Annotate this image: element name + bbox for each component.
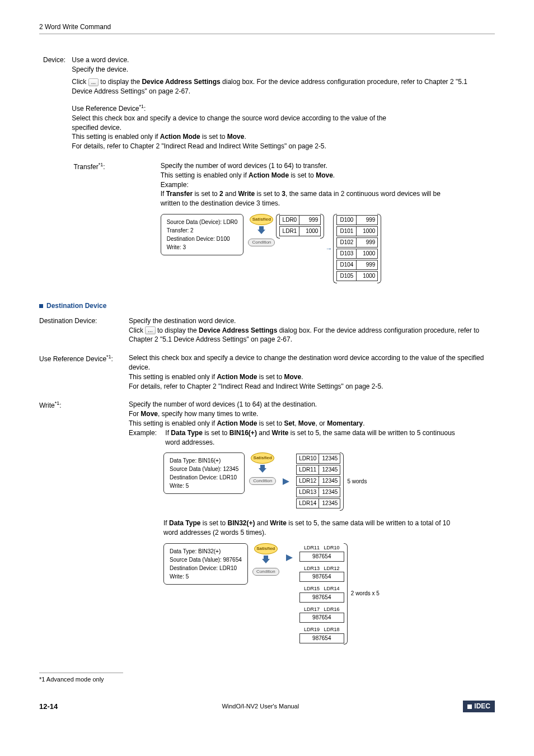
page-number: 12-14 — [39, 702, 58, 712]
register-row: LDR1412345 — [296, 498, 340, 508]
register-pair: LDR17 LDR16 987654 — [299, 606, 344, 623]
destination-device-label: Destination Device: — [39, 316, 129, 344]
use-reference-device-label: Use Reference Device*1: — [72, 103, 158, 114]
register-row: LDR1312345 — [296, 487, 340, 497]
transfer-example-body: If Transfer is set to 2 and Write is set… — [161, 189, 452, 208]
arrow-down-icon — [257, 226, 265, 234]
diagram1-condition-col: Satisfied Condition — [248, 214, 275, 246]
diagram2-info-box: Data Type: BIN16(+) Source Data (Value):… — [163, 452, 245, 494]
transfer-diagram: Source Data (Device): LDR0 Transfer: 2 D… — [161, 214, 466, 283]
use-reference-device-body: Select this check box and specify a devi… — [72, 114, 407, 151]
satisfied-badge: Satisfied — [251, 452, 274, 464]
dest-use-reference-row: Use Reference Device*1: Select this chec… — [39, 353, 495, 391]
destination-device-row: Destination Device: Specify the destinat… — [39, 316, 495, 344]
destination-device-body: Specify the destination word device. Cli… — [129, 316, 495, 344]
ellipsis-button[interactable]: ... — [145, 326, 155, 334]
diagram2-note: 5 words — [347, 478, 367, 486]
register-row: D1031000 — [336, 249, 378, 259]
device-click-paragraph: Click ... to display the Device Address … — [72, 77, 475, 96]
diagram3-info-box: Data Type: BIN32(+) Source Data (Value):… — [163, 543, 248, 585]
register-row: LDR11000 — [279, 226, 321, 236]
register-pair: LDR13 LDR12 987654 — [299, 565, 344, 582]
register-row: LDR1012345 — [296, 454, 340, 464]
arrow-down-icon — [262, 556, 270, 563]
transfer-example-label: Example: — [161, 180, 195, 190]
satisfied-badge: Satisfied — [250, 214, 273, 225]
diagram3-dest-registers: LDR11 LDR10 987654 LDR13 LDR12 987654 LD… — [299, 543, 344, 645]
arrow-down-icon — [259, 465, 266, 473]
condition-badge: Condition — [249, 477, 276, 485]
diagram2-dest-registers: LDR1012345 LDR1112345 LDR1212345 LDR1312… — [296, 452, 340, 511]
use-reference-device-row: Use Reference Device*1: Select this chec… — [72, 103, 475, 151]
write-example1-body: If Data Type is set to BIN16(+) and Writ… — [165, 428, 456, 447]
register-row: D1011000 — [336, 226, 378, 236]
register-row: LDR0999 — [279, 215, 321, 225]
arrow-right-icon — [286, 554, 293, 561]
register-pair: LDR11 LDR10 987654 — [299, 544, 344, 562]
dest-use-reference-label: Use Reference Device*1: — [39, 353, 129, 391]
diagram1-source-registers: LDR0999 LDR11000 — [279, 214, 321, 239]
diagram1-info-box: Source Data (Device): LDR0 Transfer: 2 D… — [161, 214, 244, 255]
register-row: LDR1212345 — [296, 476, 340, 486]
device-line1: Use a word device. — [72, 56, 129, 64]
device-line2: Specify the device. — [72, 66, 128, 73]
diagram3-note: 2 words x 5 — [351, 590, 380, 598]
diagram2-condition-col: Satisfied Condition — [249, 452, 276, 485]
dest-use-reference-body: Select this check box and specify a devi… — [129, 353, 495, 391]
transfer-label: Transfer*1: — [41, 161, 158, 172]
write-body: Specify the number of word devices (1 to… — [129, 400, 495, 645]
register-pair: LDR15 LDR14 987654 — [299, 585, 344, 603]
satisfied-badge: Satisfied — [254, 543, 278, 554]
brand-square-icon — [467, 704, 472, 709]
arrow-right-icon: → — [325, 244, 332, 254]
destination-device-heading: Destination Device — [39, 301, 495, 311]
write-example-label: Example: — [129, 428, 163, 438]
device-label: Device: — [39, 55, 70, 65]
page-header: 2 Word Write Command — [39, 22, 495, 34]
ellipsis-button[interactable]: ... — [88, 78, 99, 86]
write-diagram-bin16: Data Type: BIN16(+) Source Data (Value):… — [163, 452, 495, 511]
arrow-right-icon — [283, 478, 289, 485]
condition-badge: Condition — [252, 568, 279, 576]
diagram3-condition-col: Satisfied Condition — [252, 543, 279, 576]
register-row: D104999 — [336, 260, 378, 270]
device-body: Use a word device. Specify the device. C… — [72, 55, 475, 293]
write-label: Write*1: — [39, 400, 129, 645]
register-row: D1051000 — [336, 271, 378, 281]
page-footer: 12-14 WindO/I-NV2 User's Manual IDEC — [39, 701, 495, 712]
page-header-title: 2 Word Write Command — [39, 23, 111, 31]
register-pair: LDR19 LDR18 987654 — [299, 626, 344, 643]
footnote: *1 Advanced mode only — [39, 673, 123, 684]
register-row: D100999 — [336, 215, 378, 225]
write-example2-intro: If Data Type is set to BIN32(+) and Writ… — [163, 519, 455, 538]
write-diagram-bin32: Data Type: BIN32(+) Source Data (Value):… — [163, 543, 495, 645]
bullet-icon — [39, 304, 43, 308]
transfer-body: Specify the number of word devices (1 to… — [161, 161, 466, 283]
register-row: LDR1112345 — [296, 465, 340, 475]
register-row: D102999 — [336, 237, 378, 248]
condition-badge: Condition — [248, 239, 275, 246]
footer-manual-title: WindO/I-NV2 User's Manual — [222, 702, 299, 711]
diagram1-dest-registers: D100999 D1011000 D102999 D1031000 D10499… — [336, 214, 378, 283]
brand-badge: IDEC — [463, 701, 495, 712]
transfer-row: Transfer*1: Specify the number of word d… — [41, 161, 475, 283]
device-section: Device: Use a word device. Specify the d… — [39, 55, 495, 293]
write-row: Write*1: Specify the number of word devi… — [39, 400, 495, 645]
